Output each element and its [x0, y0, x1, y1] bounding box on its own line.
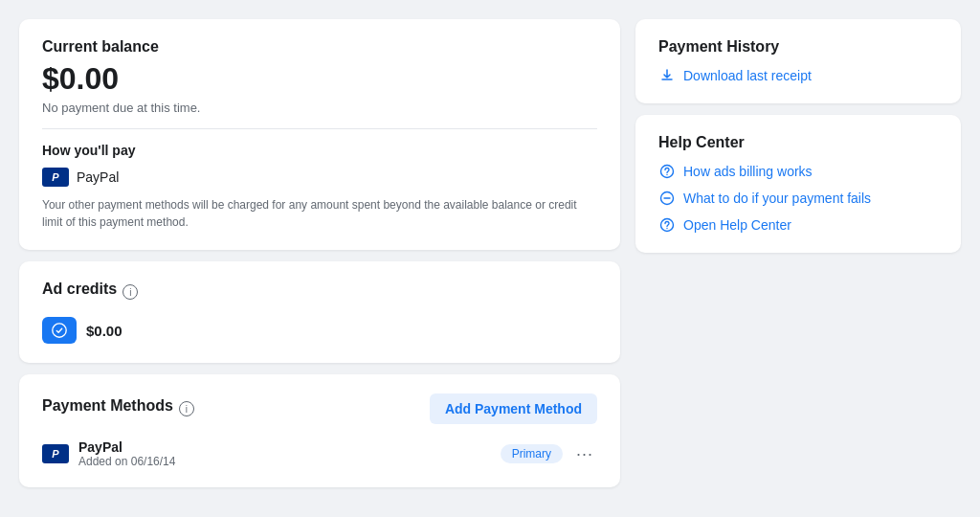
- help-center-card: Help Center How ads billing works: [635, 115, 961, 253]
- payment-fails-link[interactable]: What to do if your payment fails: [658, 190, 938, 207]
- left-column: Current balance $0.00 No payment due at …: [19, 19, 620, 487]
- open-help-center-link[interactable]: Open Help Center: [658, 216, 938, 234]
- payment-methods-info-icon[interactable]: i: [179, 401, 194, 416]
- payment-methods-left: Payment Methods i: [42, 397, 194, 420]
- current-balance-card: Current balance $0.00 No payment due at …: [19, 19, 620, 250]
- how-ads-billing-link[interactable]: How ads billing works: [658, 163, 938, 180]
- svg-point-5: [666, 228, 667, 229]
- paypal-row: P PayPal: [42, 168, 597, 187]
- paypal-label: PayPal: [77, 169, 119, 185]
- paypal-method-icon: P: [42, 444, 69, 463]
- payment-fails-label: What to do if your payment fails: [683, 191, 871, 206]
- svg-point-1: [661, 166, 674, 178]
- payment-methods-header: Payment Methods i Add Payment Method: [42, 393, 597, 424]
- main-layout: Current balance $0.00 No payment due at …: [19, 19, 961, 487]
- payment-history-card: Payment History Download last receipt: [635, 19, 961, 103]
- paypal-method-date: Added on 06/16/14: [78, 455, 491, 468]
- balance-note: No payment due at this time.: [42, 101, 597, 115]
- primary-badge: Primary: [501, 444, 563, 463]
- divider: [42, 128, 597, 129]
- paypal-method-info: PayPal Added on 06/16/14: [78, 439, 491, 468]
- download-receipt-link[interactable]: Download last receipt: [658, 67, 938, 84]
- balance-amount: $0.00: [42, 61, 597, 97]
- ad-credits-header: Ad credits i: [42, 281, 597, 303]
- more-options-button[interactable]: ···: [572, 444, 597, 464]
- paypal-icon: P: [42, 168, 69, 187]
- ad-credits-info-icon[interactable]: i: [122, 284, 138, 300]
- download-icon: [658, 67, 676, 84]
- ad-credits-title: Ad credits: [42, 281, 117, 298]
- payment-history-title: Payment History: [658, 38, 938, 56]
- payment-methods-card: Payment Methods i Add Payment Method P P…: [19, 374, 620, 487]
- svg-point-2: [666, 174, 667, 175]
- ad-credits-card: Ad credits i $0.00: [19, 261, 620, 363]
- svg-point-0: [53, 324, 66, 337]
- payment-note: Your other payment methods will be charg…: [42, 196, 597, 231]
- paypal-method-name: PayPal: [78, 439, 491, 455]
- ad-credits-icon: [42, 317, 77, 344]
- payment-methods-title: Payment Methods: [42, 397, 173, 415]
- open-help-icon: [658, 216, 676, 234]
- ad-credits-amount: $0.00: [86, 323, 122, 339]
- current-balance-title: Current balance: [42, 38, 597, 56]
- download-receipt-label: Download last receipt: [683, 68, 812, 83]
- how-ads-billing-label: How ads billing works: [683, 164, 813, 179]
- credits-amount-row: $0.00: [42, 317, 597, 344]
- how-you-pay-title: How you'll pay: [42, 143, 597, 158]
- right-column: Payment History Download last receipt He…: [635, 19, 961, 487]
- billing-icon: [658, 163, 676, 180]
- paypal-method-row: P PayPal Added on 06/16/14 Primary ···: [42, 439, 597, 468]
- payment-fails-icon: [658, 190, 676, 207]
- help-center-title: Help Center: [658, 134, 938, 151]
- open-help-center-label: Open Help Center: [683, 217, 791, 233]
- add-payment-method-button[interactable]: Add Payment Method: [430, 393, 597, 424]
- svg-point-4: [661, 219, 674, 232]
